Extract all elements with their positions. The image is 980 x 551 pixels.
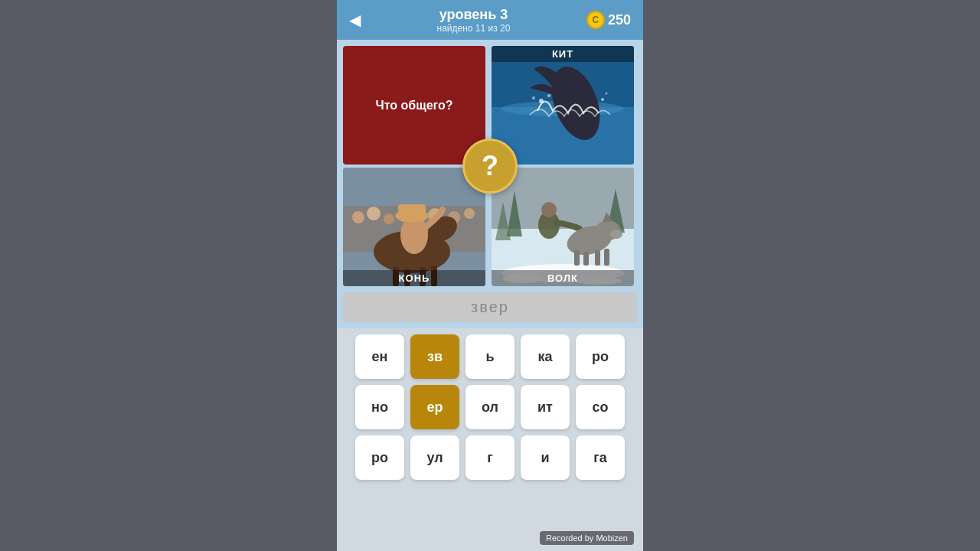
coin-icon: C (586, 11, 605, 29)
question-text: Что общего? (375, 99, 452, 112)
svg-point-32 (541, 202, 557, 217)
key-ро1[interactable]: ро (576, 334, 625, 379)
key-ер[interactable]: ер (410, 385, 459, 429)
svg-rect-37 (583, 252, 589, 266)
key-ен[interactable]: ен (355, 334, 404, 379)
watermark: Recorded by Mobizen (540, 531, 634, 545)
key-ка[interactable]: ка (521, 334, 570, 379)
question-circle[interactable]: ? (462, 139, 518, 194)
svg-point-11 (352, 211, 364, 223)
level-info: уровень 3 найдено 11 из 20 (437, 7, 511, 34)
key-г[interactable]: г (466, 435, 514, 480)
wolf-label: ВОЛК (492, 270, 634, 286)
level-subtitle: найдено 11 из 20 (437, 23, 511, 34)
key-зв[interactable]: зв (410, 334, 459, 379)
coin-amount: 250 (608, 12, 631, 28)
keyboard-row-1: ен зв ь ка ро (343, 334, 637, 379)
grid-cell-wolf: ВОЛК (492, 168, 634, 286)
grid-cell-question: Что общего? (343, 46, 485, 165)
whale-label: КИТ (492, 46, 634, 62)
svg-point-12 (367, 207, 381, 220)
svg-point-7 (601, 98, 604, 101)
key-со[interactable]: со (576, 385, 625, 429)
svg-rect-36 (574, 250, 580, 266)
key-но[interactable]: но (355, 385, 404, 429)
grid-cell-whale: КИТ (492, 46, 634, 165)
back-button[interactable]: ◀ (349, 11, 361, 29)
image-grid: Что общего? (337, 40, 643, 292)
svg-point-6 (532, 96, 535, 99)
key-ул[interactable]: ул (410, 435, 459, 480)
key-и[interactable]: и (521, 435, 570, 480)
keyboard-row-2: но ер ол ит со (343, 385, 637, 429)
svg-point-13 (384, 214, 394, 224)
svg-point-4 (539, 99, 544, 103)
answer-bar: звер (343, 292, 637, 322)
right-overlay (643, 0, 980, 551)
key-ит[interactable]: ит (521, 385, 570, 429)
key-га[interactable]: га (576, 435, 625, 480)
svg-point-5 (547, 94, 550, 97)
key-ь[interactable]: ь (466, 334, 514, 379)
svg-rect-27 (398, 204, 426, 218)
coins-display: C 250 (586, 11, 631, 29)
grid-cell-horse: КОНЬ (343, 168, 485, 286)
svg-rect-39 (604, 249, 609, 266)
phone-screen: ◀ уровень 3 найдено 11 из 20 C 250 Что о… (337, 0, 643, 551)
svg-point-8 (606, 93, 608, 95)
left-overlay (0, 0, 337, 551)
svg-point-18 (464, 208, 475, 219)
svg-point-35 (610, 230, 622, 239)
question-mark: ? (482, 150, 498, 182)
key-ол[interactable]: ол (466, 385, 514, 429)
key-ро2[interactable]: ро (355, 435, 404, 480)
keyboard-row-3: ро ул г и га (343, 435, 637, 480)
level-title: уровень 3 (439, 7, 508, 23)
game-header: ◀ уровень 3 найдено 11 из 20 C 250 (337, 0, 643, 40)
horse-label: КОНЬ (343, 270, 485, 286)
keyboard: ен зв ь ка ро но ер ол ит со ро ул г и г… (337, 328, 643, 551)
svg-rect-38 (595, 250, 600, 266)
